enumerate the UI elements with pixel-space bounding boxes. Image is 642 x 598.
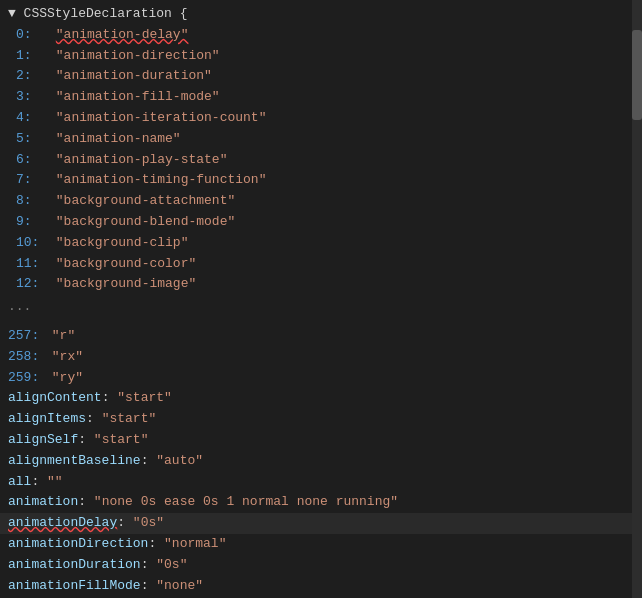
code-line: animationDelay: "0s" [0, 513, 642, 534]
named-value: "start" [94, 430, 149, 451]
scrollbar-thumb[interactable] [632, 30, 642, 120]
indexed-key: "animation-iteration-count" [56, 110, 267, 125]
named-value-underlined: "0s" [133, 513, 164, 534]
line-index: 6: [16, 150, 48, 171]
line-index: 5: [16, 129, 48, 150]
indexed-key: "background-color" [56, 256, 196, 271]
code-line: 9: "background-blend-mode" [0, 212, 642, 233]
prop-name: "ry" [44, 368, 83, 389]
named-key: alignSelf [8, 430, 78, 451]
indexed-key: "background-blend-mode" [56, 214, 235, 229]
indexed-key: "animation-fill-mode" [56, 89, 220, 104]
named-value: "none 0s ease 0s 1 normal none running" [94, 492, 398, 513]
code-line: 12: "background-image" [0, 274, 642, 295]
code-line: 257: "r" [0, 326, 642, 347]
code-line: alignItems: "start" [0, 409, 642, 430]
object-type: CSSStyleDeclaration { [24, 4, 188, 25]
code-line: animationDuration: "0s" [0, 555, 642, 576]
indexed-key: "animation-delay" [56, 27, 189, 42]
named-value: "start" [117, 388, 172, 409]
named-value: "" [47, 472, 63, 493]
named-key: animationDuration [8, 555, 141, 576]
code-line: 4: "animation-iteration-count" [0, 108, 642, 129]
code-line: alignSelf: "start" [0, 430, 642, 451]
named-key: animation [8, 492, 78, 513]
code-line: animationDirection: "normal" [0, 534, 642, 555]
prop-name: "r" [44, 326, 75, 347]
indexed-key: "background-attachment" [56, 193, 235, 208]
code-line: ▼ CSSStyleDeclaration { [0, 4, 642, 25]
prop-index: 258: [8, 347, 44, 368]
indexed-key: "background-clip" [56, 235, 189, 250]
named-value: "normal" [164, 534, 226, 555]
line-index: 7: [16, 170, 48, 191]
indexed-key: "animation-duration" [56, 68, 212, 83]
line-index: 1: [16, 46, 48, 67]
named-value: "auto" [156, 451, 203, 472]
code-line: 11: "background-color" [0, 254, 642, 275]
line-index: 10: [16, 233, 48, 254]
named-key: all [8, 472, 31, 493]
code-line: alignContent: "start" [0, 388, 642, 409]
indexed-key: "background-image" [56, 276, 196, 291]
named-key-underlined: animationDelay [8, 513, 117, 534]
code-line: 2: "animation-duration" [0, 66, 642, 87]
code-line: all: "" [0, 472, 642, 493]
named-key: alignmentBaseline [8, 451, 141, 472]
indexed-key: "animation-timing-function" [56, 172, 267, 187]
line-index: 2: [16, 66, 48, 87]
indexed-key: "animation-direction" [56, 48, 220, 63]
named-value: "start" [102, 409, 157, 430]
indexed-key: "animation-name" [56, 131, 181, 146]
code-line: 259: "ry" [0, 368, 642, 389]
ellipsis-indicator: ... [0, 295, 642, 320]
line-index: 12: [16, 274, 48, 295]
code-line: 0: "animation-delay" [0, 25, 642, 46]
prop-index: 257: [8, 326, 44, 347]
prop-index: 259: [8, 368, 44, 389]
line-index: 11: [16, 254, 48, 275]
named-key: alignContent [8, 388, 102, 409]
named-value: "0s" [156, 555, 187, 576]
line-index: 8: [16, 191, 48, 212]
code-line: animationFillMode: "none" [0, 576, 642, 597]
code-line: 7: "animation-timing-function" [0, 170, 642, 191]
code-line: 3: "animation-fill-mode" [0, 87, 642, 108]
scrollbar[interactable] [632, 0, 642, 598]
code-line: alignmentBaseline: "auto" [0, 451, 642, 472]
code-line: 258: "rx" [0, 347, 642, 368]
code-line: 1: "animation-direction" [0, 46, 642, 67]
indexed-key: "animation-play-state" [56, 152, 228, 167]
code-line: animation: "none 0s ease 0s 1 normal non… [0, 492, 642, 513]
prop-name: "rx" [44, 347, 83, 368]
code-line: 10: "background-clip" [0, 233, 642, 254]
line-index: 0: [16, 25, 48, 46]
code-panel: ▼ CSSStyleDeclaration {0: "animation-del… [0, 0, 642, 598]
named-key: animationDirection [8, 534, 148, 555]
named-key: animationFillMode [8, 576, 141, 597]
collapse-arrow: ▼ [8, 4, 24, 25]
line-index: 9: [16, 212, 48, 233]
code-line: 5: "animation-name" [0, 129, 642, 150]
line-index: 4: [16, 108, 48, 129]
named-key: alignItems [8, 409, 86, 430]
named-value: "none" [156, 576, 203, 597]
code-line: 6: "animation-play-state" [0, 150, 642, 171]
line-index: 3: [16, 87, 48, 108]
code-line: 8: "background-attachment" [0, 191, 642, 212]
